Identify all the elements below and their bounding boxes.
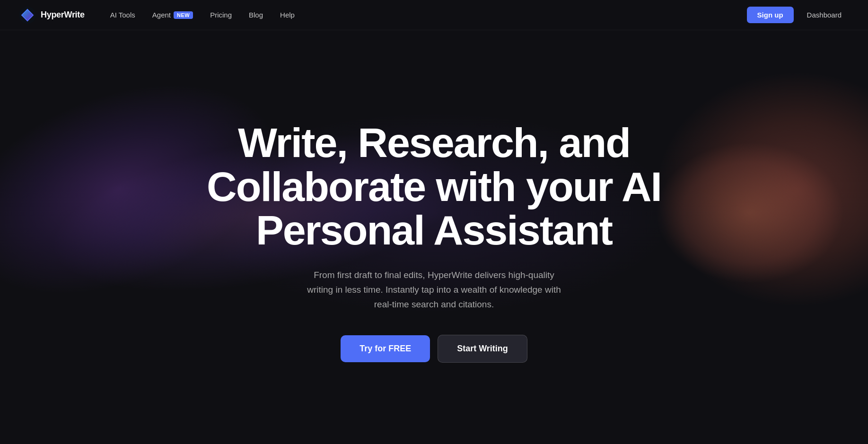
hero-section: Write, Research, and Collaborate with yo… [0,30,868,444]
start-writing-button[interactable]: Start Writing [438,335,527,363]
signup-button[interactable]: Sign up [747,7,794,23]
brand-name: HyperWrite [41,10,85,20]
hero-buttons: Try for FREE Start Writing [341,335,527,363]
nav-label-pricing: Pricing [210,11,232,19]
new-badge: NEW [174,11,193,19]
nav-label-help: Help [280,11,295,19]
logo-icon [19,7,36,24]
nav-item-ai-tools[interactable]: AI Tools [104,7,142,23]
navbar: HyperWrite AI Tools Agent NEW Pricing Bl… [0,0,868,30]
dashboard-button[interactable]: Dashboard [799,7,849,23]
nav-links: AI Tools Agent NEW Pricing Blog Help [104,7,747,23]
logo-link[interactable]: HyperWrite [19,7,85,24]
hero-title: Write, Research, and Collaborate with yo… [174,121,694,252]
nav-item-pricing[interactable]: Pricing [203,7,238,23]
nav-label-ai-tools: AI Tools [110,11,135,19]
nav-item-help[interactable]: Help [273,7,301,23]
nav-item-agent[interactable]: Agent NEW [146,7,200,23]
hero-subtitle: From first draft to final edits, HyperWr… [302,268,567,312]
nav-label-agent: Agent [152,11,171,19]
nav-right: Sign up Dashboard [747,7,849,23]
nav-label-blog: Blog [249,11,263,19]
nav-item-blog[interactable]: Blog [242,7,270,23]
try-free-button[interactable]: Try for FREE [341,335,430,362]
